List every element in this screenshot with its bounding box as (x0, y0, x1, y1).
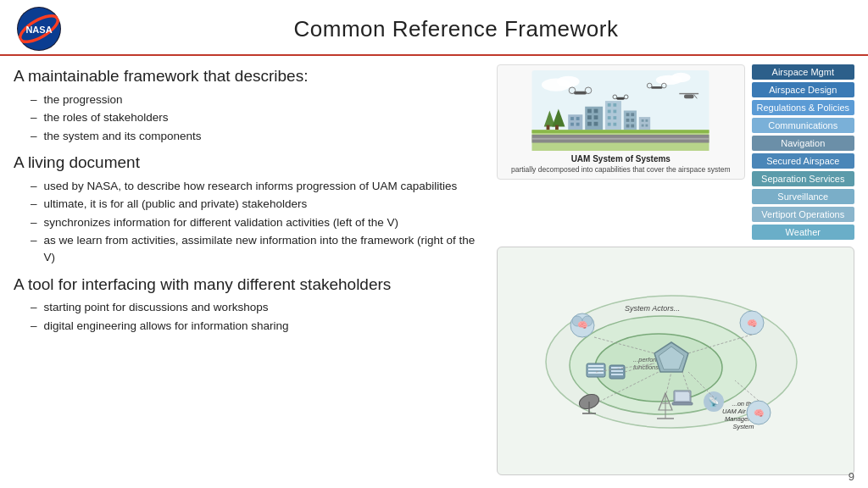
list-item: used by NASA, to describe how research i… (31, 178, 488, 195)
svg-rect-41 (642, 119, 644, 122)
nasa-logo: NASA (17, 7, 61, 51)
svg-point-5 (557, 76, 580, 87)
list-item: the roles of stakeholders (31, 109, 488, 126)
svg-rect-11 (555, 125, 559, 130)
svg-text:System: System (732, 423, 754, 430)
section1-bullets: the progression the roles of stakeholder… (14, 92, 488, 145)
sidebar-item-airspace-mgmt: Airspace Mgmt (752, 64, 854, 80)
svg-rect-79 (588, 369, 604, 370)
svg-rect-36 (626, 119, 630, 122)
svg-text:🧠: 🧠 (747, 318, 758, 329)
svg-rect-38 (626, 125, 630, 128)
svg-rect-44 (646, 125, 648, 127)
svg-rect-19 (594, 109, 598, 114)
sidebar-items: Airspace Mgmt Airspace Design Regulation… (752, 64, 854, 240)
list-item: the system and its components (31, 128, 488, 145)
uam-subcaption: partially decomposed into capabilities t… (511, 165, 730, 174)
section1-heading: A maintainable framework that describes: (14, 64, 488, 88)
svg-rect-13 (570, 117, 574, 120)
svg-rect-15 (570, 123, 574, 126)
page-number: 9 (849, 470, 854, 483)
svg-rect-40 (639, 117, 650, 130)
right-panel: UAM System of Systems partially decompos… (497, 64, 854, 475)
sidebar-item-weather: Weather (752, 225, 854, 240)
svg-rect-14 (576, 117, 580, 120)
svg-rect-21 (594, 115, 598, 119)
cityscape-svg (531, 70, 709, 151)
svg-text:📡: 📡 (708, 396, 720, 408)
svg-text:🧠: 🧠 (754, 408, 765, 419)
list-item: digital engineering allows for informati… (31, 318, 488, 335)
system-diagram: System Actors... ...perform functions...… (497, 247, 854, 475)
svg-rect-43 (642, 125, 644, 127)
page-title: Common Reference Framework (61, 16, 851, 42)
svg-point-7 (671, 73, 691, 82)
svg-rect-31 (608, 123, 611, 126)
svg-rect-20 (587, 115, 592, 119)
list-item: synchronizes information for different v… (31, 214, 488, 231)
list-item: ultimate, it is for all (public and priv… (31, 196, 488, 213)
svg-rect-39 (632, 125, 635, 128)
svg-rect-49 (574, 92, 587, 95)
uam-caption: UAM System of Systems (571, 154, 670, 164)
svg-rect-18 (587, 109, 592, 114)
uam-diagram: UAM System of Systems partially decompos… (497, 64, 745, 180)
svg-rect-27 (608, 110, 611, 114)
svg-rect-26 (614, 103, 617, 107)
list-item: as we learn from activities, assimilate … (31, 232, 488, 265)
svg-rect-58 (684, 95, 693, 99)
svg-rect-98 (672, 402, 693, 405)
svg-rect-10 (547, 125, 550, 130)
sidebar-item-secured-airspace: Secured Airspace (752, 153, 854, 169)
svg-rect-25 (608, 103, 611, 107)
sidebar-item-vertiport-operations: Vertiport Operations (752, 207, 854, 222)
sidebar-item-regulations: Regulations & Policies (752, 100, 854, 115)
svg-rect-28 (614, 110, 617, 114)
section2-bullets: used by NASA, to describe how research i… (14, 178, 488, 266)
svg-rect-52 (651, 86, 662, 89)
sidebar-item-communications: Communications (752, 118, 854, 133)
svg-rect-78 (588, 365, 604, 367)
svg-rect-42 (646, 119, 648, 122)
sidebar-item-airspace-design: Airspace Design (752, 82, 854, 97)
section2-heading: A living document (14, 151, 488, 175)
main-content: A maintainable framework that describes:… (0, 56, 868, 480)
svg-rect-33 (624, 111, 637, 131)
svg-rect-46 (532, 130, 709, 133)
svg-text:System Actors...: System Actors... (625, 304, 680, 313)
svg-rect-97 (676, 392, 689, 401)
svg-rect-37 (632, 119, 635, 122)
svg-rect-22 (587, 122, 592, 126)
section3-heading: A tool for interfacing with many differe… (14, 273, 488, 297)
section3-bullets: starting point for discussions and works… (14, 299, 488, 334)
svg-rect-35 (632, 113, 635, 116)
actors-svg: System Actors... ...perform functions...… (540, 287, 811, 435)
svg-text:🧠: 🧠 (577, 319, 588, 330)
sidebar-item-surveillance: Surveillance (752, 189, 854, 204)
svg-rect-34 (626, 113, 630, 116)
text-panel: A maintainable framework that describes:… (14, 64, 488, 475)
sidebar-item-separation-services: Separation Services (752, 171, 854, 186)
svg-rect-48 (532, 138, 709, 140)
svg-rect-83 (611, 370, 623, 372)
list-item: starting point for discussions and works… (31, 299, 488, 316)
header: NASA Common Reference Framework (0, 0, 868, 56)
svg-rect-55 (617, 97, 626, 100)
svg-text:NASA: NASA (25, 25, 52, 35)
list-item: the progression (31, 92, 488, 108)
svg-rect-12 (569, 114, 583, 130)
sidebar-item-navigation: Navigation (752, 136, 854, 151)
svg-rect-16 (576, 123, 580, 126)
svg-rect-84 (611, 374, 623, 375)
svg-rect-32 (614, 123, 617, 126)
svg-rect-80 (588, 372, 604, 374)
svg-rect-30 (614, 116, 617, 119)
svg-rect-29 (608, 116, 611, 119)
svg-rect-23 (594, 122, 598, 126)
